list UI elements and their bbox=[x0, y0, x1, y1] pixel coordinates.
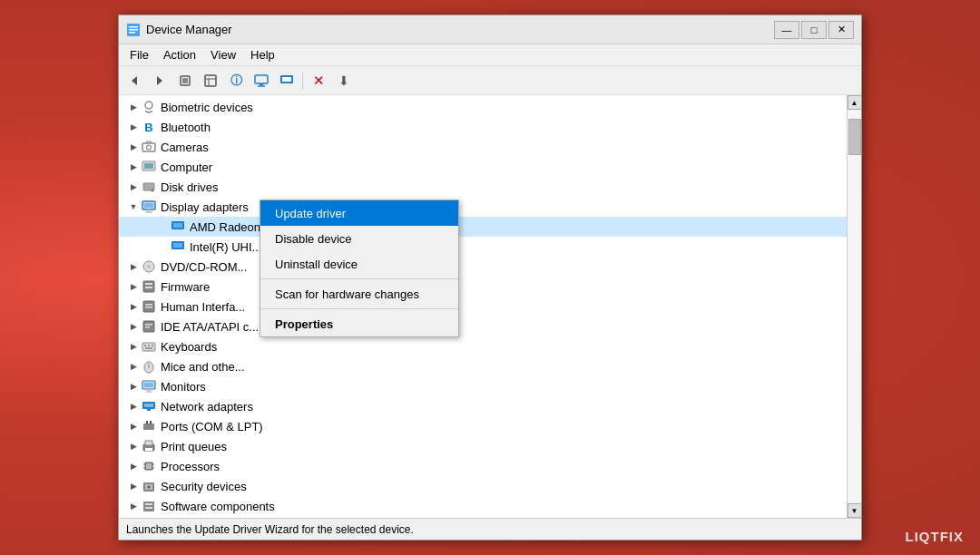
computer-label: Computer bbox=[161, 161, 212, 174]
software-comp-icon bbox=[141, 498, 157, 514]
tree-item-cameras[interactable]: ▶ Cameras bbox=[119, 137, 847, 157]
toolbar-network[interactable] bbox=[275, 70, 299, 92]
window-controls: — □ ✕ bbox=[774, 21, 854, 39]
svg-rect-71 bbox=[143, 501, 154, 511]
tree-item-display[interactable]: ▼ Display adapters bbox=[119, 197, 847, 217]
expander-keyboards[interactable]: ▶ bbox=[126, 339, 141, 354]
close-button[interactable]: ✕ bbox=[828, 21, 854, 39]
display-adapter-icon bbox=[141, 199, 157, 215]
camera-icon bbox=[141, 139, 157, 155]
tree-item-processors[interactable]: ▶ Processors bbox=[119, 456, 847, 476]
expander-print[interactable]: ▶ bbox=[126, 439, 141, 453]
tree-item-hid[interactable]: ▶ Human Interfa... bbox=[119, 297, 847, 316]
menu-action[interactable]: Action bbox=[156, 46, 203, 63]
ctx-update-driver[interactable]: Update driver bbox=[260, 200, 458, 226]
tree-item-ports[interactable]: ▶ Ports (COM & LPT) bbox=[119, 416, 847, 436]
expander-firmware[interactable]: ▶ bbox=[126, 279, 141, 294]
biometric-icon bbox=[141, 99, 157, 115]
ctx-scan-hardware[interactable]: Scan for hardware changes bbox=[260, 281, 458, 307]
svg-rect-61 bbox=[145, 448, 152, 451]
expander-mice[interactable]: ▶ bbox=[126, 359, 141, 374]
scroll-thumb[interactable] bbox=[848, 119, 861, 155]
tree-item-dvd[interactable]: ▶ DVD/CD-ROM... bbox=[119, 257, 847, 277]
toolbar-info[interactable]: ⓘ bbox=[224, 70, 248, 92]
expander-bluetooth[interactable]: ▶ bbox=[126, 120, 141, 134]
expander-dvd[interactable]: ▶ bbox=[126, 259, 141, 274]
cameras-label: Cameras bbox=[161, 141, 209, 154]
svg-rect-25 bbox=[147, 209, 151, 211]
menu-view[interactable]: View bbox=[203, 46, 243, 63]
biometric-label: Biometric devices bbox=[161, 101, 253, 114]
tree-item-amd[interactable]: ▶ AMD Radeon (TM) RX 640 bbox=[119, 217, 847, 237]
svg-rect-30 bbox=[173, 243, 182, 248]
expander-computer[interactable]: ▶ bbox=[126, 160, 141, 174]
toolbar-up[interactable] bbox=[173, 70, 197, 92]
toolbar-download[interactable]: ⬇ bbox=[332, 70, 356, 92]
scroll-down-btn[interactable]: ▼ bbox=[848, 503, 862, 518]
expander-ide[interactable]: ▶ bbox=[126, 319, 141, 334]
tree-item-computer[interactable]: ▶ Computer bbox=[119, 157, 847, 177]
tree-item-monitors[interactable]: ▶ Monitors bbox=[119, 376, 847, 396]
intel-icon bbox=[170, 239, 186, 255]
menu-file[interactable]: File bbox=[122, 46, 156, 63]
toolbar-display[interactable] bbox=[250, 70, 273, 92]
expander-hid[interactable]: ▶ bbox=[126, 299, 141, 314]
tree-item-software-dev[interactable]: ▶ Software devices bbox=[119, 516, 847, 518]
tree-item-firmware[interactable]: ▶ Firmware bbox=[119, 277, 847, 297]
monitor-icon bbox=[141, 378, 157, 394]
expander-monitors[interactable]: ▶ bbox=[126, 379, 141, 394]
tree-item-keyboards[interactable]: ▶ Keyboards bbox=[119, 336, 847, 356]
dvd-label: DVD/CD-ROM... bbox=[161, 260, 247, 274]
toolbar-forward[interactable] bbox=[148, 70, 172, 92]
expander-biometric[interactable]: ▶ bbox=[126, 100, 141, 114]
svg-rect-37 bbox=[145, 304, 152, 306]
expander-software-comp[interactable]: ▶ bbox=[126, 499, 141, 513]
watermark: LIQTFIX bbox=[906, 529, 965, 544]
menu-help[interactable]: Help bbox=[243, 46, 282, 63]
context-menu: Update driver Disable device Uninstall d… bbox=[260, 200, 459, 337]
ctx-properties[interactable]: Properties bbox=[260, 311, 458, 336]
tree-item-network[interactable]: ▶ Network adapters bbox=[119, 396, 847, 416]
tree-item-mice[interactable]: ▶ Mice and othe... bbox=[119, 356, 847, 376]
svg-rect-42 bbox=[142, 343, 155, 351]
ctx-disable-device[interactable]: Disable device bbox=[260, 226, 458, 251]
svg-rect-8 bbox=[205, 75, 216, 86]
minimize-button[interactable]: — bbox=[774, 21, 799, 39]
dvd-icon bbox=[141, 258, 157, 275]
expander-processors[interactable]: ▶ bbox=[126, 459, 141, 473]
tree-item-print[interactable]: ▶ Print queues bbox=[119, 436, 847, 456]
maximize-button[interactable]: □ bbox=[801, 21, 827, 39]
processors-label: Processors bbox=[161, 460, 220, 473]
tree-item-disk[interactable]: ▶ Disk drives bbox=[119, 177, 847, 197]
bluetooth-icon: B bbox=[141, 119, 157, 135]
computer-icon bbox=[141, 159, 157, 175]
svg-marker-5 bbox=[157, 76, 162, 85]
toolbar-separator bbox=[302, 73, 303, 89]
scroll-up-btn[interactable]: ▲ bbox=[848, 95, 862, 110]
expander-display[interactable]: ▼ bbox=[126, 200, 141, 214]
expander-network[interactable]: ▶ bbox=[126, 399, 141, 414]
tree-item-ide[interactable]: ▶ IDE ATA/ATAPI c... bbox=[119, 316, 847, 336]
expander-cameras[interactable]: ▶ bbox=[126, 140, 141, 154]
expander-ports[interactable]: ▶ bbox=[126, 419, 141, 433]
tree-item-intel[interactable]: ▶ Intel(R) UHI... bbox=[119, 237, 847, 257]
ctx-uninstall-device[interactable]: Uninstall device bbox=[260, 251, 458, 277]
tree-item-software-comp[interactable]: ▶ Software components bbox=[119, 496, 847, 516]
tree-item-security[interactable]: ▶ Security devices bbox=[119, 476, 847, 496]
toolbar-back[interactable] bbox=[122, 70, 146, 92]
tree-item-bluetooth[interactable]: ▶ B Bluetooth bbox=[119, 117, 847, 137]
scroll-track[interactable] bbox=[848, 110, 861, 503]
svg-rect-46 bbox=[145, 347, 152, 349]
svg-rect-28 bbox=[173, 223, 182, 228]
expander-security[interactable]: ▶ bbox=[126, 479, 141, 493]
tree-item-biometric[interactable]: ▶ Biometric devices bbox=[119, 97, 847, 117]
tree-panel[interactable]: ▶ Biometric devices ▶ B Bluetooth ▶ Came… bbox=[119, 95, 847, 518]
window-icon bbox=[126, 23, 141, 37]
svg-rect-60 bbox=[145, 441, 152, 445]
toolbar-delete[interactable]: ✕ bbox=[307, 70, 330, 92]
expander-disk[interactable]: ▶ bbox=[126, 180, 141, 194]
svg-rect-41 bbox=[145, 326, 150, 328]
device-manager-window: Device Manager — □ ✕ File Action View He… bbox=[118, 15, 862, 540]
toolbar-map[interactable] bbox=[199, 70, 222, 92]
disk-icon bbox=[141, 179, 157, 195]
